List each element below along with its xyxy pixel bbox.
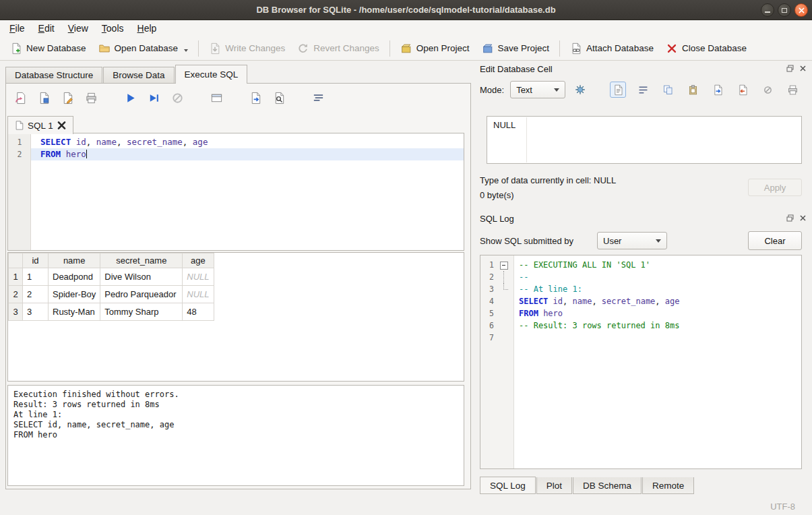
edit-cell-float-button[interactable] [786,64,794,73]
results-table[interactable]: idnamesecret_nameage11DeadpondDive Wilso… [8,253,214,321]
sql1-tab[interactable]: SQL 1 [7,116,73,134]
copy-icon [662,84,674,96]
column-header-age[interactable]: age [183,253,214,268]
write-changes-button: Write Changes [203,39,291,58]
sql-log-view[interactable]: 1-- EXECUTING ALL IN 'SQL 1'2--3-- At li… [480,255,802,469]
import-cell-button[interactable] [735,82,751,98]
execute-sql-button[interactable] [121,89,139,107]
open-sql-file-button[interactable] [11,89,29,107]
column-header-id[interactable]: id [23,253,49,268]
editor-line[interactable]: 2FROM hero [8,148,464,160]
open-query-tab-button[interactable] [208,89,225,107]
minimize-button[interactable] [761,3,774,17]
cell-editor[interactable]: NULL [487,116,802,164]
encoding-label[interactable]: UTF-8 [770,502,795,512]
line-number: 2 [8,148,31,160]
maximize-button[interactable] [778,3,791,17]
edit-cell-close-button[interactable] [799,64,807,73]
result-cell[interactable]: Pedro Parqueador [100,286,183,303]
editor-line[interactable]: 1SELECT id, name, secret_name, age [8,136,464,148]
execute-sql-panel: SQL 1 1SELECT id, name, secret_name, age… [5,83,471,489]
print-sql-button[interactable] [82,89,100,107]
left-panel: Database StructureBrowse DataExecute SQL [0,61,473,497]
close-database-button[interactable]: Close Database [660,39,753,58]
editor-code: FROM hero [31,148,464,160]
set-null-button[interactable] [759,82,776,98]
result-cell[interactable]: NULL [183,268,214,286]
tab-database-structure[interactable]: Database Structure [5,67,102,83]
import-from-file-button[interactable] [571,81,589,98]
result-cell[interactable]: NULL [183,286,214,303]
fold-marker-icon[interactable] [497,259,514,271]
result-cell[interactable]: Tommy Sharp [100,303,183,321]
tab-db-schema[interactable]: DB Schema [573,477,642,494]
sql-log-float-button[interactable] [786,214,794,222]
toolbar-separator [389,40,390,57]
submitted-by-combobox[interactable]: User [597,232,667,249]
log-line: 3-- At line 1: [480,283,801,295]
result-cell[interactable]: 2 [23,286,49,303]
open-database-dropdown-icon[interactable] [184,49,188,52]
table-row: 33Rusty-ManTommy Sharp48 [9,303,214,321]
title-bar[interactable]: DB Browser for SQLite - /home/user/code/… [0,0,812,20]
row-number[interactable]: 3 [9,303,23,321]
attach-database-button[interactable]: Attach Database [564,39,660,58]
apply-button[interactable]: Apply [748,179,802,196]
menu-view[interactable]: View [61,21,95,36]
open-database-button[interactable]: Open Database [92,39,195,58]
menu-edit[interactable]: Edit [32,21,61,36]
format-sql-button[interactable] [309,89,327,107]
toolbar-separator [559,40,560,57]
find-in-sql-button[interactable] [270,89,288,107]
save-project-button[interactable]: Save Project [476,39,556,58]
result-cell[interactable]: Spider-Boy [49,286,100,303]
copy-cell-button[interactable] [660,82,676,98]
export-results-button[interactable] [247,89,264,107]
tab-browse-data[interactable]: Browse Data [103,67,174,83]
sql-log-close-button[interactable] [799,214,807,222]
open-project-button[interactable]: Open Project [394,39,476,58]
result-cell[interactable]: 1 [23,268,49,286]
log-line: 6-- Result: 3 rows returned in 8ms [480,320,801,332]
log-line-number: 3 [480,283,497,295]
export-cell-button[interactable] [710,82,726,98]
main-area: Database StructureBrowse DataExecute SQL [0,61,812,497]
editor-code: SELECT id, name, secret_name, age [31,136,464,148]
new-database-button[interactable]: New Database [4,39,92,58]
text-mode-button[interactable] [610,82,626,98]
result-cell[interactable]: 48 [183,303,214,321]
paste-cell-button[interactable] [685,82,701,98]
open-project-label: Open Project [416,43,470,53]
close-tab-icon[interactable] [57,121,66,130]
tab-plot[interactable]: Plot [536,477,572,494]
tab-remote[interactable]: Remote [642,477,694,494]
execute-current-line-button[interactable] [145,89,162,107]
clear-log-button[interactable]: Clear [748,231,802,250]
tab-execute-sql[interactable]: Execute SQL [175,65,248,84]
result-cell[interactable]: Dive Wilson [100,268,183,286]
submitted-by-value: User [603,236,621,246]
column-header-secret-name[interactable]: secret_name [100,253,183,268]
save-sql-file-button[interactable] [35,89,53,107]
row-number[interactable]: 1 [9,268,23,286]
column-header-name[interactable]: name [49,253,100,268]
word-wrap-button[interactable] [635,82,651,98]
result-cell[interactable]: 3 [23,303,49,321]
result-cell[interactable]: Deadpond [49,268,100,286]
open-database-icon [98,42,111,55]
menu-file[interactable]: File [3,21,32,36]
close-button[interactable] [794,3,808,17]
edit-cell-title: Edit Database Cell [480,64,553,74]
tab-sql-log[interactable]: SQL Log [480,477,536,494]
mode-combobox[interactable]: Text [510,81,565,98]
print-cell-button[interactable] [784,82,801,98]
result-cell[interactable]: Rusty-Man [49,303,100,321]
menu-tools[interactable]: Tools [95,21,131,36]
save-sql-file-as-button[interactable] [59,89,76,107]
log-line: 1-- EXECUTING ALL IN 'SQL 1' [480,259,801,271]
row-number[interactable]: 2 [9,286,23,303]
log-line-number: 4 [480,295,497,307]
sql-editor[interactable]: 1SELECT id, name, secret_name, age2FROM … [7,133,464,251]
text-cursor [86,150,87,158]
menu-help[interactable]: Help [131,21,164,36]
